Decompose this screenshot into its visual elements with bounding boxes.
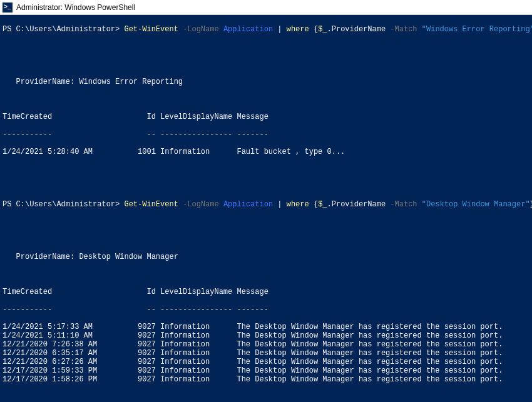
command-line: PS C:\Users\Administrator> Get-WinEvent … — [3, 200, 529, 209]
window-titlebar[interactable]: >_ Administrator: Windows PowerShell — [0, 0, 532, 15]
command-line: PS C:\Users\Administrator> Get-WinEvent … — [3, 25, 529, 34]
table-row: 1/24/2021 5:28:40 AM 1001 Information Fa… — [3, 148, 529, 156]
column-header: TimeCreated Id LevelDisplayName Message — [3, 113, 529, 121]
terminal-output[interactable]: PS C:\Users\Administrator> Get-WinEvent … — [0, 15, 532, 402]
table-row: 12/17/2020 1:59:33 PM 9027 Information T… — [3, 366, 529, 375]
table-row: 1/24/2021 5:11:10 AM 9027 Information Th… — [3, 331, 529, 340]
table-row: 12/21/2020 6:35:17 AM 9027 Information T… — [3, 349, 529, 358]
table-rows: 1/24/2021 5:17:33 AM 9027 Information Th… — [3, 323, 529, 384]
table-row: 1/24/2021 5:17:33 AM 9027 Information Th… — [3, 323, 529, 331]
table-row: 12/21/2020 6:27:26 AM 9027 Information T… — [3, 358, 529, 366]
column-dashes: ----------- -- ---------------- ------- — [3, 130, 529, 139]
column-dashes: ----------- -- ---------------- ------- — [3, 305, 529, 314]
table-row: 12/21/2020 7:26:38 AM 9027 Information T… — [3, 340, 529, 349]
window-title: Administrator: Windows PowerShell — [16, 3, 135, 12]
provider-header: ProviderName: Windows Error Reporting — [3, 78, 529, 86]
column-header: TimeCreated Id LevelDisplayName Message — [3, 288, 529, 296]
provider-header: ProviderName: Desktop Window Manager — [3, 253, 529, 261]
table-row: 12/17/2020 1:58:26 PM 9027 Information T… — [3, 375, 529, 384]
powershell-icon: >_ — [3, 3, 13, 13]
